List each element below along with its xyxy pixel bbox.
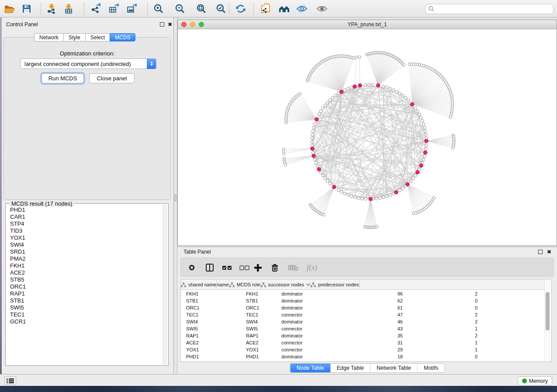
cell-mcds-role: dominator (276, 304, 344, 311)
show-columns-icon[interactable] (204, 261, 216, 274)
panel-splitter[interactable] (174, 17, 177, 374)
import-network-icon[interactable] (45, 2, 58, 15)
search-input[interactable] (435, 6, 553, 12)
table-tab[interactable]: Edge Table (330, 364, 370, 372)
cell-successor-nodes: 96 (344, 290, 406, 297)
mcds-result-item[interactable]: STP4 (6, 220, 162, 227)
table-settings-gear-icon[interactable] (186, 261, 198, 274)
table-tab[interactable]: Node Table (290, 364, 330, 372)
zoom-selected-icon[interactable] (214, 2, 228, 15)
cell-shared-name: SWI4 (181, 318, 241, 325)
cell-shared-name: RAP1 (181, 332, 241, 339)
table-row[interactable]: RAP1 RAP1 dominator 35 2 (181, 332, 545, 339)
mcds-result-item[interactable]: PHD1 (6, 206, 162, 213)
table-column-header[interactable]: predecessor nodes (311, 279, 360, 290)
cell-successor-nodes: 61 (344, 304, 406, 311)
close-table-panel-icon[interactable]: ✖ (547, 250, 551, 254)
toolbar-separator (229, 3, 229, 15)
table-row[interactable]: SWI4 SWI4 dominator 46 2 (181, 318, 545, 325)
table-tab[interactable]: Network Table (370, 364, 417, 372)
cell-name: ORC1 (241, 304, 276, 311)
network-window-titlebar[interactable]: YPA_prune.txt_1 (178, 20, 557, 29)
table-vertical-scrollbar[interactable] (544, 280, 551, 361)
export-table-icon[interactable] (107, 2, 121, 15)
table-row[interactable]: STB1 STB1 dominator 62 0 (181, 297, 545, 304)
table-column-header[interactable]: MCDS role (229, 279, 261, 290)
float-panel-icon[interactable] (160, 22, 164, 27)
import-table-icon[interactable] (62, 2, 75, 15)
mcds-result-item[interactable]: YOX1 (6, 234, 162, 241)
mcds-result-item[interactable]: CAR1 (6, 213, 162, 220)
control-panel-tab[interactable]: Style (63, 33, 86, 41)
houses-icon[interactable] (278, 2, 291, 15)
optimization-criterion-select[interactable]: largest connected component (undirected) (20, 58, 156, 69)
mcds-list-scrollbar[interactable] (163, 205, 167, 364)
control-panel-tab[interactable]: Select (85, 33, 110, 41)
mcds-result-item[interactable]: ACE2 (6, 269, 162, 276)
mcds-result-item[interactable]: TEC1 (6, 311, 162, 318)
show-details-eye-icon[interactable] (315, 2, 329, 15)
table-row[interactable]: ACE2 ACE2 connector 31 1 (181, 339, 545, 346)
cell-successor-nodes: 43 (344, 325, 406, 332)
window-minimize-light[interactable] (190, 22, 195, 27)
memory-status-dot (522, 378, 527, 383)
mcds-result-item[interactable]: RAP1 (6, 290, 162, 297)
desktop-wallpaper-bottom (0, 386, 557, 392)
table-column-header[interactable]: successor nodes (261, 279, 311, 290)
close-panel-button[interactable]: Close panel (89, 73, 135, 83)
mcds-result-item[interactable]: TID3 (6, 227, 162, 234)
table-row[interactable]: ORC1 ORC1 dominator 61 0 (181, 304, 545, 311)
table-tab[interactable]: Motifs (417, 364, 444, 372)
refresh-layout-icon[interactable] (234, 2, 247, 15)
task-history-button[interactable] (4, 376, 16, 385)
save-session-icon[interactable] (20, 2, 33, 15)
table-column-header[interactable]: shared name (181, 279, 217, 290)
search-icon (428, 6, 435, 12)
mcds-result-item[interactable]: ORC1 (6, 283, 162, 290)
float-table-panel-icon[interactable] (538, 250, 543, 254)
zoom-in-icon[interactable] (152, 2, 165, 15)
mcds-result-item[interactable]: SWI4 (6, 241, 162, 248)
table-row[interactable]: PHD1 PHD1 dominator 18 0 (181, 353, 545, 360)
table-row[interactable]: YOX1 YOX1 connector 29 1 (181, 346, 545, 353)
export-network-icon[interactable] (90, 2, 103, 15)
run-mcds-button[interactable]: Run MCDS (42, 73, 84, 83)
zoom-out-icon[interactable] (173, 2, 187, 15)
window-zoom-light[interactable] (199, 22, 204, 27)
delete-column-trash-icon[interactable] (269, 261, 281, 274)
table-row[interactable]: TEC1 TEC1 connector 47 2 (181, 311, 545, 318)
table-column-header[interactable]: name (217, 279, 229, 290)
control-panel-tab[interactable]: Network (34, 33, 64, 41)
mcds-result-item[interactable]: SRD1 (6, 248, 162, 255)
table-row[interactable]: FKH1 FKH1 dominator 96 2 (181, 290, 545, 297)
cell-shared-name: YOX1 (181, 346, 241, 353)
column-header-label: name (217, 282, 229, 287)
cell-name: RAP1 (241, 332, 276, 339)
close-panel-icon[interactable]: ✖ (168, 22, 172, 27)
mcds-result-item[interactable]: SWI5 (6, 304, 162, 311)
mcds-result-item[interactable]: GCR1 (6, 318, 162, 325)
table-toolbar: f(x) (180, 258, 554, 277)
hide-edges-eye-icon[interactable] (295, 2, 308, 15)
open-file-icon[interactable] (3, 2, 16, 15)
table-row[interactable]: SWI5 SWI5 connector 43 1 (181, 325, 545, 332)
toolbar-separator (147, 3, 148, 15)
network-canvas[interactable] (178, 29, 557, 245)
scrollbar-thumb[interactable] (546, 292, 550, 330)
mcds-result-item[interactable]: STB1 (6, 297, 162, 304)
deselect-all-icon[interactable] (239, 261, 251, 274)
select-all-icon[interactable] (221, 261, 233, 274)
cell-shared-name: ORC1 (181, 304, 241, 311)
window-close-light[interactable] (181, 22, 187, 27)
clone-network-icon[interactable] (259, 2, 272, 15)
control-panel-tab[interactable]: MCDS (110, 33, 135, 41)
mcds-result-item[interactable]: STB5 (6, 276, 162, 283)
add-column-plus-icon[interactable] (252, 261, 264, 274)
splitter-grip[interactable] (174, 194, 176, 201)
memory-button[interactable]: Memory (518, 376, 552, 385)
mcds-result-item[interactable]: PMA2 (6, 255, 162, 262)
mcds-result-item[interactable]: FKH1 (6, 262, 162, 269)
cell-successor-nodes: 46 (344, 318, 406, 325)
zoom-fit-icon[interactable] (195, 2, 208, 15)
export-image-icon[interactable] (125, 2, 138, 15)
